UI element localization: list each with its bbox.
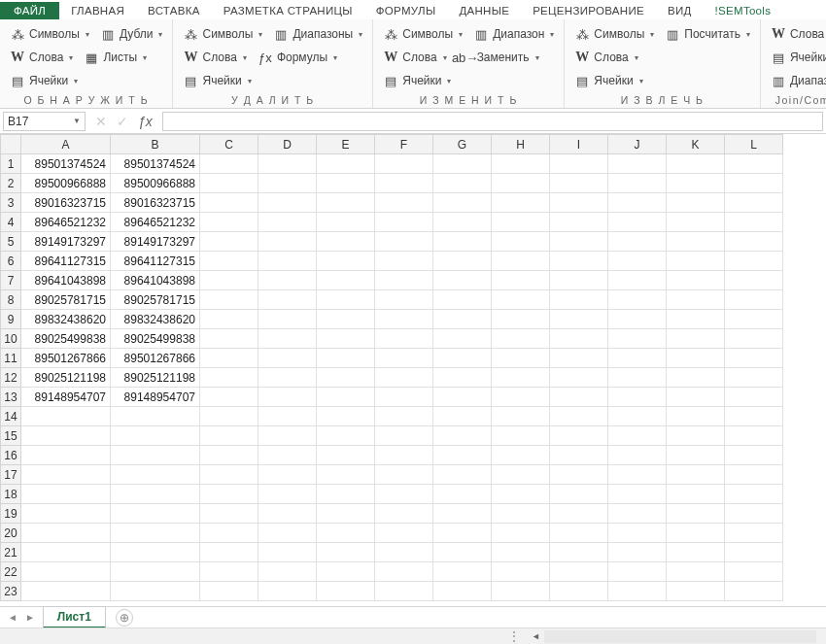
ribbon-button-ячейки[interactable]: ▤Ячейки▾ <box>179 70 255 91</box>
cell-B17[interactable] <box>111 465 200 485</box>
cell-G14[interactable] <box>433 407 492 426</box>
cell-H11[interactable] <box>492 349 550 368</box>
cell-J23[interactable] <box>608 582 667 601</box>
cell-I14[interactable] <box>550 407 608 426</box>
cell-F11[interactable] <box>375 349 433 368</box>
ribbon-button-ячейки[interactable]: ▤Ячейки▾ <box>767 47 826 68</box>
cell-F22[interactable] <box>375 562 433 582</box>
cell-K14[interactable] <box>667 407 725 426</box>
cell-K17[interactable] <box>667 465 725 485</box>
cell-B20[interactable] <box>111 524 200 543</box>
cell-B15[interactable] <box>111 426 200 446</box>
cell-I15[interactable] <box>550 426 608 446</box>
row-header-4[interactable]: 4 <box>1 213 21 232</box>
ribbon-button-ячейки[interactable]: ▤Ячейки▾ <box>570 70 646 91</box>
cell-H9[interactable] <box>492 310 550 329</box>
cell-J3[interactable] <box>608 193 667 213</box>
cell-K23[interactable] <box>667 582 725 601</box>
cell-A16[interactable] <box>21 446 111 465</box>
cell-L15[interactable] <box>725 426 783 446</box>
cell-A21[interactable] <box>21 543 111 562</box>
cell-E3[interactable] <box>317 193 375 213</box>
cell-H20[interactable] <box>492 524 550 543</box>
cell-C11[interactable] <box>200 349 258 368</box>
row-header-3[interactable]: 3 <box>1 193 21 213</box>
column-header-J[interactable]: J <box>608 135 667 154</box>
cell-J21[interactable] <box>608 543 667 562</box>
cell-K19[interactable] <box>667 504 725 524</box>
cell-E12[interactable] <box>317 368 375 388</box>
cell-I20[interactable] <box>550 524 608 543</box>
cell-L20[interactable] <box>725 524 783 543</box>
cell-K22[interactable] <box>667 562 725 582</box>
cell-L10[interactable] <box>725 329 783 349</box>
cell-H4[interactable] <box>492 213 550 232</box>
cell-C2[interactable] <box>200 174 258 193</box>
ribbon-button-слова[interactable]: WСлова▾ <box>6 47 77 68</box>
cell-D10[interactable] <box>258 329 317 349</box>
row-header-15[interactable]: 15 <box>1 426 21 446</box>
spreadsheet-grid[interactable]: ABCDEFGHIJKL1895013745248950137452428950… <box>0 134 826 606</box>
cell-B9[interactable]: 89832438620 <box>111 310 200 329</box>
ribbon-button-заменить[interactable]: ab→Заменить▾ <box>454 47 543 68</box>
cell-B7[interactable]: 89641043898 <box>111 271 200 290</box>
cell-D7[interactable] <box>258 271 317 290</box>
cell-D23[interactable] <box>258 582 317 601</box>
cell-B23[interactable] <box>111 582 200 601</box>
cell-A10[interactable]: 89025499838 <box>21 329 111 349</box>
cell-L9[interactable] <box>725 310 783 329</box>
cell-D4[interactable] <box>258 213 317 232</box>
cell-B13[interactable]: 89148954707 <box>111 388 200 407</box>
cell-I22[interactable] <box>550 562 608 582</box>
cell-I17[interactable] <box>550 465 608 485</box>
cell-H3[interactable] <box>492 193 550 213</box>
row-header-17[interactable]: 17 <box>1 465 21 485</box>
cell-L2[interactable] <box>725 174 783 193</box>
cell-E5[interactable] <box>317 232 375 252</box>
cell-L23[interactable] <box>725 582 783 601</box>
column-header-E[interactable]: E <box>317 135 375 154</box>
column-header-G[interactable]: G <box>433 135 492 154</box>
cell-E2[interactable] <box>317 174 375 193</box>
cell-G20[interactable] <box>433 524 492 543</box>
row-header-10[interactable]: 10 <box>1 329 21 349</box>
cell-L5[interactable] <box>725 232 783 252</box>
tab-рецензирование[interactable]: РЕЦЕНЗИРОВАНИЕ <box>521 2 656 19</box>
cell-C20[interactable] <box>200 524 258 543</box>
cell-A19[interactable] <box>21 504 111 524</box>
cell-F3[interactable] <box>375 193 433 213</box>
cell-L16[interactable] <box>725 446 783 465</box>
cell-K10[interactable] <box>667 329 725 349</box>
cell-D2[interactable] <box>258 174 317 193</box>
cell-F8[interactable] <box>375 290 433 310</box>
cell-C21[interactable] <box>200 543 258 562</box>
cell-J4[interactable] <box>608 213 667 232</box>
cell-D13[interactable] <box>258 388 317 407</box>
row-header-18[interactable]: 18 <box>1 485 21 504</box>
cell-F10[interactable] <box>375 329 433 349</box>
cell-G11[interactable] <box>433 349 492 368</box>
cell-K3[interactable] <box>667 193 725 213</box>
cell-C13[interactable] <box>200 388 258 407</box>
row-header-11[interactable]: 11 <box>1 349 21 368</box>
cell-I1[interactable] <box>550 154 608 174</box>
cell-G2[interactable] <box>433 174 492 193</box>
cell-D17[interactable] <box>258 465 317 485</box>
cell-I7[interactable] <box>550 271 608 290</box>
cell-L13[interactable] <box>725 388 783 407</box>
cell-G5[interactable] <box>433 232 492 252</box>
cell-D12[interactable] <box>258 368 317 388</box>
cell-I5[interactable] <box>550 232 608 252</box>
scrollbar-handle-icon[interactable]: ⋮ <box>508 629 520 643</box>
cell-H8[interactable] <box>492 290 550 310</box>
cell-A22[interactable] <box>21 562 111 582</box>
row-header-21[interactable]: 21 <box>1 543 21 562</box>
cell-B11[interactable]: 89501267866 <box>111 349 200 368</box>
ribbon-button-формулы[interactable]: ƒxФормулы▾ <box>254 47 341 68</box>
cell-H21[interactable] <box>492 543 550 562</box>
cell-D1[interactable] <box>258 154 317 174</box>
cell-A12[interactable]: 89025121198 <box>21 368 111 388</box>
column-header-D[interactable]: D <box>258 135 317 154</box>
cell-H19[interactable] <box>492 504 550 524</box>
sheet-prev-icon[interactable]: ◄ <box>8 612 17 623</box>
